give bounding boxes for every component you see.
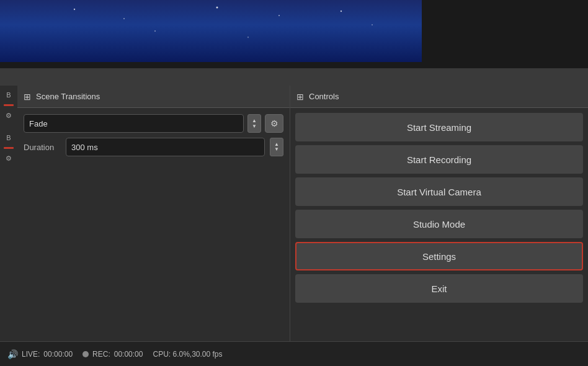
rec-time: 00:00:00 [114,350,143,359]
svg-point-1 [123,18,125,19]
duration-row: Duration ▲ ▼ [24,138,283,156]
controls-panel-title: Controls [309,92,339,101]
svg-point-6 [154,30,156,32]
exit-button[interactable]: Exit [295,274,583,303]
rec-label: REC: [92,350,110,359]
sidebar-icon-b2[interactable]: B [2,131,16,145]
start-streaming-button[interactable]: Start Streaming [295,113,583,141]
live-status: 🔊 LIVE: 00:00:00 [7,349,73,359]
preview-canvas [0,0,422,62]
preview-area [0,0,588,68]
svg-point-0 [74,9,75,10]
transitions-panel-title: Scene Transitions [36,92,100,101]
duration-label: Duration [24,143,61,152]
bottom-panel: B ⚙ B ⚙ ⊞ Scene Transitions Fade ▲ ▼ [0,86,588,341]
transitions-panel-body: Fade ▲ ▼ ⚙ Duration ▲ ▼ [17,108,290,163]
controls-panel: ⊞ Controls Start Streaming Start Recordi… [290,86,588,341]
transition-row: Fade ▲ ▼ ⚙ [24,114,283,133]
sidebar-icon-b1[interactable]: B [2,88,16,102]
preview-stars [0,0,422,62]
sidebar-icon-bar2 [4,147,14,149]
sidebar-icon-bar1 [4,104,14,106]
live-wave-icon: 🔊 [7,349,18,359]
svg-point-3 [278,15,280,16]
gear-icon: ⚙ [270,118,278,128]
svg-point-4 [341,11,342,12]
start-virtual-camera-button[interactable]: Start Virtual Camera [295,177,583,206]
start-recording-button[interactable]: Start Recording [295,145,583,174]
spinner-down-arrow: ▼ [252,124,257,129]
separator-row [0,68,588,86]
fade-select[interactable]: Fade [24,114,244,133]
sidebar-icon-gear1[interactable]: ⚙ [2,109,16,122]
svg-point-2 [216,7,218,9]
cpu-label: CPU: 6.0%,30.00 fps [153,350,222,359]
controls-panel-header: ⊞ Controls [290,86,588,108]
sidebar-icon-gear2[interactable]: ⚙ [2,151,16,165]
rec-dot [82,351,89,357]
svg-point-5 [372,24,373,25]
duration-spinner[interactable]: ▲ ▼ [270,138,283,156]
status-bar: 🔊 LIVE: 00:00:00 REC: 00:00:00 CPU: 6.0%… [0,341,588,366]
controls-header-icon: ⊞ [296,92,304,102]
settings-button[interactable]: Settings [295,242,583,270]
transitions-header-icon: ⊞ [24,92,31,102]
studio-mode-button[interactable]: Studio Mode [295,210,583,238]
duration-spinner-down: ▼ [274,147,279,152]
left-sidebar: B ⚙ B ⚙ [0,86,17,341]
svg-point-7 [247,37,249,38]
cpu-status: CPU: 6.0%,30.00 fps [153,350,222,359]
controls-body: Start Streaming Start Recording Start Vi… [290,108,588,341]
duration-input[interactable] [66,138,265,156]
live-label: LIVE: [22,350,40,359]
transitions-panel: ⊞ Scene Transitions Fade ▲ ▼ ⚙ [17,86,290,341]
spinner-up-arrow: ▲ [252,118,257,123]
transitions-gear-button[interactable]: ⚙ [265,114,283,133]
live-time: 00:00:00 [43,350,73,359]
fade-spinner[interactable]: ▲ ▼ [247,114,261,133]
transitions-panel-header: ⊞ Scene Transitions [17,86,290,108]
rec-status: REC: 00:00:00 [82,350,143,359]
main-content: B ⚙ B ⚙ ⊞ Scene Transitions Fade ▲ ▼ [0,68,588,341]
